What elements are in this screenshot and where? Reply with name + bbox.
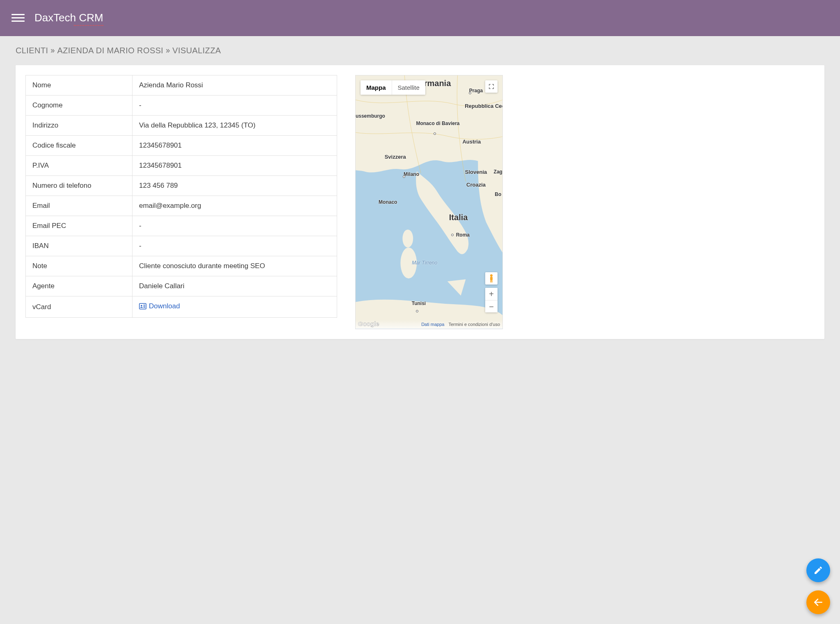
google-logo: Google bbox=[358, 320, 382, 328]
map-pegman[interactable] bbox=[485, 272, 498, 285]
detail-value: email@example.org bbox=[132, 196, 337, 216]
map-type-satellite[interactable]: Satellite bbox=[392, 80, 425, 95]
map-label-zag: Zag bbox=[494, 169, 502, 175]
map-dot-tunisi bbox=[416, 310, 418, 312]
table-row: NoteCliente conosciuto durante meeting S… bbox=[26, 256, 337, 276]
chevron-double-right-icon bbox=[165, 48, 171, 54]
app-header: DaxTech CRM bbox=[0, 0, 840, 36]
detail-value: - bbox=[132, 216, 337, 236]
pencil-icon bbox=[813, 565, 823, 575]
map-label-croazia: Croazia bbox=[466, 181, 486, 187]
content-card: NomeAzienda Mario RossiCognome-Indirizzo… bbox=[16, 65, 824, 339]
map-label-monaco-baviera: Monaco di Baviera bbox=[416, 121, 459, 126]
detail-label: vCard bbox=[26, 296, 132, 318]
map-label-tunisi: Tunisi bbox=[412, 301, 426, 306]
vcard-download-link[interactable]: Download bbox=[139, 302, 180, 310]
table-row: Numero di telefono123 456 789 bbox=[26, 176, 337, 196]
svg-text:Google: Google bbox=[358, 320, 379, 327]
breadcrumb: CLIENTI AZIENDA DI MARIO ROSSI VISUALIZZ… bbox=[16, 46, 824, 55]
pegman-icon bbox=[488, 274, 495, 283]
detail-value: - bbox=[132, 236, 337, 256]
vcard-icon bbox=[139, 303, 146, 310]
map-terms: Termini e condizioni d'uso bbox=[448, 322, 500, 327]
detail-value: Download bbox=[132, 296, 337, 318]
fab-back[interactable] bbox=[806, 590, 830, 614]
detail-label: Nome bbox=[26, 75, 132, 96]
table-row: Emailemail@example.org bbox=[26, 196, 337, 216]
map-zoom-in[interactable]: + bbox=[485, 288, 498, 300]
map-label-lussemburgo: Lussemburgo bbox=[355, 113, 385, 119]
detail-value: Daniele Callari bbox=[132, 276, 337, 296]
detail-value: 12345678901 bbox=[132, 156, 337, 176]
details-table: NomeAzienda Mario RossiCognome-Indirizzo… bbox=[25, 75, 337, 318]
table-row: AgenteDaniele Callari bbox=[26, 276, 337, 296]
google-logo-icon: Google bbox=[358, 320, 382, 328]
chevron-double-right-icon bbox=[50, 48, 55, 54]
svg-point-8 bbox=[490, 274, 493, 277]
map-type-map[interactable]: Mappa bbox=[361, 80, 392, 95]
map-label-italia: Italia bbox=[449, 213, 468, 222]
map-type-toggle: Mappa Satellite bbox=[361, 80, 425, 95]
map-zoom-controls: + − bbox=[485, 288, 498, 312]
map-label-rep-ceca: Repubblica Ceca bbox=[465, 103, 503, 109]
detail-value: Azienda Mario Rossi bbox=[132, 75, 337, 96]
detail-label: IBAN bbox=[26, 236, 132, 256]
arrow-left-icon bbox=[813, 597, 824, 608]
detail-label: Email PEC bbox=[26, 216, 132, 236]
map-label-svizzera: Svizzera bbox=[385, 153, 406, 159]
map[interactable]: Germania Italia Austria Svizzera Sloveni… bbox=[355, 75, 503, 329]
detail-value: Via della Repubblica 123, 12345 (TO) bbox=[132, 116, 337, 136]
map-dot-roma bbox=[451, 234, 454, 236]
map-label-slovenia: Slovenia bbox=[465, 169, 487, 175]
table-row: Email PEC- bbox=[26, 216, 337, 236]
map-label-mar-tirreno: Mar Tirreno bbox=[412, 260, 437, 266]
table-row-vcard: vCardDownload bbox=[26, 296, 337, 318]
fullscreen-icon bbox=[488, 83, 495, 90]
table-row: NomeAzienda Mario Rossi bbox=[26, 75, 337, 96]
detail-value: Cliente conosciuto durante meeting SEO bbox=[132, 256, 337, 276]
map-label-monaco: Monaco bbox=[379, 199, 397, 205]
detail-label: Note bbox=[26, 256, 132, 276]
fab-edit[interactable] bbox=[806, 558, 830, 582]
svg-rect-9 bbox=[490, 277, 493, 280]
table-row: Codice fiscale12345678901 bbox=[26, 136, 337, 156]
detail-value: 123 456 789 bbox=[132, 176, 337, 196]
detail-label: Numero di telefono bbox=[26, 176, 132, 196]
detail-value: - bbox=[132, 96, 337, 116]
menu-button[interactable] bbox=[11, 11, 25, 25]
detail-label: Agente bbox=[26, 276, 132, 296]
svg-point-7 bbox=[402, 230, 413, 248]
table-row: IBAN- bbox=[26, 236, 337, 256]
map-label-roma: Roma bbox=[456, 232, 470, 238]
map-footer: Google Dati mappa Termini e condizioni d… bbox=[356, 320, 502, 329]
map-data-link[interactable]: Dati mappa bbox=[421, 322, 444, 327]
detail-label: Email bbox=[26, 196, 132, 216]
map-dot-praga bbox=[469, 92, 471, 94]
svg-point-1 bbox=[141, 305, 142, 307]
detail-label: Cognome bbox=[26, 96, 132, 116]
vcard-download-label: Download bbox=[149, 302, 180, 310]
breadcrumb-current: VISUALIZZA bbox=[172, 46, 221, 55]
table-row: Cognome- bbox=[26, 96, 337, 116]
detail-label: P.IVA bbox=[26, 156, 132, 176]
breadcrumb-azienda[interactable]: AZIENDA DI MARIO ROSSI bbox=[57, 46, 163, 55]
app-title: DaxTech CRM bbox=[34, 11, 103, 24]
detail-value: 12345678901 bbox=[132, 136, 337, 156]
map-dot-milano bbox=[403, 175, 405, 178]
map-label-austria: Austria bbox=[462, 138, 481, 144]
map-label-bo: Bo bbox=[495, 191, 501, 197]
map-label-milano: Milano bbox=[404, 171, 419, 177]
map-zoom-out[interactable]: − bbox=[485, 300, 498, 312]
map-dot-monaco-baviera bbox=[434, 132, 436, 135]
detail-label: Codice fiscale bbox=[26, 136, 132, 156]
table-row: IndirizzoVia della Repubblica 123, 12345… bbox=[26, 116, 337, 136]
svg-rect-10 bbox=[491, 280, 491, 282]
svg-rect-11 bbox=[492, 280, 493, 282]
breadcrumb-clienti[interactable]: CLIENTI bbox=[16, 46, 48, 55]
table-row: P.IVA12345678901 bbox=[26, 156, 337, 176]
map-fullscreen-button[interactable] bbox=[485, 80, 498, 93]
detail-label: Indirizzo bbox=[26, 116, 132, 136]
